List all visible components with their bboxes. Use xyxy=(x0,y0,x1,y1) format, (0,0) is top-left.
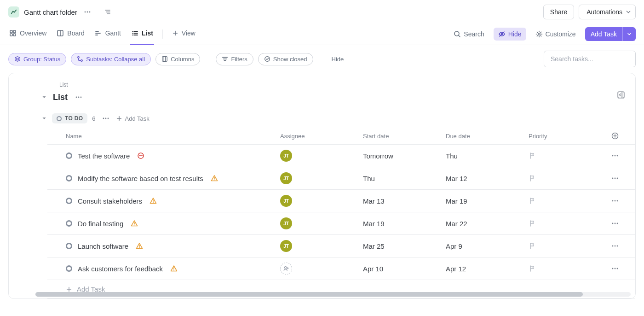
priority-cell[interactable] xyxy=(525,257,608,280)
viewbar: Overview Board Gantt List View Search Hi… xyxy=(0,23,644,45)
svg-rect-5 xyxy=(10,34,12,36)
due-date[interactable]: Mar 12 xyxy=(442,167,525,190)
status-circle-icon[interactable] xyxy=(66,265,72,272)
more-icon[interactable] xyxy=(82,6,93,18)
col-header-priority[interactable]: Priority xyxy=(525,128,608,145)
task-name: Launch software xyxy=(78,242,128,250)
due-date[interactable]: Mar 19 xyxy=(442,190,525,212)
hide-filters-link[interactable]: Hide xyxy=(329,56,347,63)
status-circle-icon[interactable] xyxy=(66,152,72,159)
due-date[interactable]: Apr 9 xyxy=(442,235,525,257)
start-date[interactable]: Mar 13 xyxy=(359,190,442,212)
tab-gantt[interactable]: Gantt xyxy=(94,23,122,45)
table-row[interactable]: Modify the software based on test result… xyxy=(47,167,635,190)
start-date[interactable]: Mar 25 xyxy=(359,235,442,257)
collapse-group-icon[interactable] xyxy=(41,115,47,122)
svg-point-27 xyxy=(612,155,614,157)
warning-icon xyxy=(211,175,218,182)
show-closed-pill[interactable]: Show closed xyxy=(258,53,313,65)
col-header-start[interactable]: Start date xyxy=(359,128,442,145)
table-row[interactable]: Test the software JT Tomorrow Thu xyxy=(47,145,635,167)
tab-board[interactable]: Board xyxy=(56,23,85,45)
assignee-avatar[interactable]: JT xyxy=(280,150,292,162)
priority-cell[interactable] xyxy=(525,167,608,190)
search-tasks-input[interactable] xyxy=(550,55,630,63)
add-task-button[interactable]: Add Task xyxy=(585,27,636,41)
search-button[interactable]: Search xyxy=(449,28,489,41)
share-button[interactable]: Share xyxy=(543,5,574,19)
table-row[interactable]: Do final testing JT Mar 19 Mar 22 xyxy=(47,212,635,235)
filters-pill[interactable]: Filters xyxy=(216,53,253,65)
warning-icon xyxy=(170,265,178,272)
topbar-left: Gantt chart folder xyxy=(8,6,113,18)
status-circle-icon[interactable] xyxy=(66,243,72,249)
start-date[interactable]: Mar 19 xyxy=(359,212,442,235)
assignee-avatar[interactable]: JT xyxy=(280,217,292,229)
status-circle-icon[interactable] xyxy=(66,175,72,181)
col-header-add[interactable] xyxy=(608,128,635,145)
list-more-icon[interactable] xyxy=(73,92,84,103)
start-date[interactable]: Apr 10 xyxy=(359,257,442,280)
status-chip[interactable]: TO DO xyxy=(52,113,87,123)
col-header-due[interactable]: Due date xyxy=(442,128,525,145)
svg-rect-21 xyxy=(618,92,624,98)
svg-point-35 xyxy=(612,200,614,202)
board-icon xyxy=(57,29,64,37)
row-more-icon[interactable] xyxy=(611,242,632,250)
add-task-main[interactable]: Add Task xyxy=(585,27,622,41)
due-date[interactable]: Apr 12 xyxy=(442,257,525,280)
svg-point-0 xyxy=(85,12,86,13)
svg-rect-4 xyxy=(13,30,16,33)
priority-cell[interactable] xyxy=(525,212,608,235)
group-pill[interactable]: Group: Status xyxy=(8,53,66,65)
group-more-icon[interactable] xyxy=(100,113,111,124)
svg-point-32 xyxy=(615,178,616,179)
table-row[interactable]: Ask customers for feedback Apr 10 Apr 12 xyxy=(47,257,635,280)
priority-cell[interactable] xyxy=(525,235,608,257)
svg-point-22 xyxy=(103,118,104,119)
customize-button[interactable]: Customize xyxy=(531,28,581,41)
status-circle-icon[interactable] xyxy=(66,198,72,204)
priority-cell[interactable] xyxy=(525,190,608,212)
due-date[interactable]: Thu xyxy=(442,145,525,167)
hide-button[interactable]: Hide xyxy=(494,28,526,41)
tab-overview[interactable]: Overview xyxy=(8,23,47,45)
automations-button[interactable]: Automations xyxy=(579,5,636,19)
assignee-avatar[interactable]: JT xyxy=(280,172,292,184)
start-date[interactable]: Thu xyxy=(359,167,442,190)
group-add-task[interactable]: Add Task xyxy=(116,115,150,122)
svg-rect-16 xyxy=(162,57,167,62)
hide-label: Hide xyxy=(508,30,522,38)
columns-pill[interactable]: Columns xyxy=(155,53,200,65)
row-more-icon[interactable] xyxy=(611,197,632,205)
add-view-button[interactable]: View xyxy=(171,23,196,45)
svg-point-31 xyxy=(612,178,614,179)
collapse-list-icon[interactable] xyxy=(41,94,47,100)
col-header-name[interactable]: Name xyxy=(47,128,276,145)
svg-point-36 xyxy=(615,200,616,202)
row-more-icon[interactable] xyxy=(611,265,632,272)
col-header-assignee[interactable]: Assignee xyxy=(276,128,359,145)
due-date[interactable]: Mar 22 xyxy=(442,212,525,235)
subtasks-pill[interactable]: Subtasks: Collapse all xyxy=(71,53,151,65)
content: List List TO DO 6 xyxy=(0,73,644,299)
outline-icon[interactable] xyxy=(102,6,113,18)
row-more-icon[interactable] xyxy=(611,220,632,227)
list-icon xyxy=(131,29,138,37)
row-more-icon[interactable] xyxy=(611,175,632,182)
search-tasks-box[interactable] xyxy=(544,51,636,67)
assignee-avatar[interactable]: JT xyxy=(280,240,292,252)
table-row[interactable]: Consult stakeholders JT Mar 13 Mar 19 xyxy=(47,190,635,212)
add-task-dropdown[interactable] xyxy=(622,27,636,41)
assignee-avatar[interactable]: JT xyxy=(280,195,292,207)
table-row[interactable]: Launch software JT Mar 25 Apr 9 xyxy=(47,235,635,257)
tab-list[interactable]: List xyxy=(130,23,154,45)
horizontal-scrollbar[interactable] xyxy=(35,292,631,297)
expand-panel-icon[interactable] xyxy=(617,91,625,99)
priority-cell[interactable] xyxy=(525,145,608,167)
row-more-icon[interactable] xyxy=(611,152,632,159)
start-date[interactable]: Tomorrow xyxy=(359,145,442,167)
assignee-add[interactable] xyxy=(280,263,292,275)
tab-board-label: Board xyxy=(67,29,84,37)
status-circle-icon[interactable] xyxy=(66,220,72,227)
